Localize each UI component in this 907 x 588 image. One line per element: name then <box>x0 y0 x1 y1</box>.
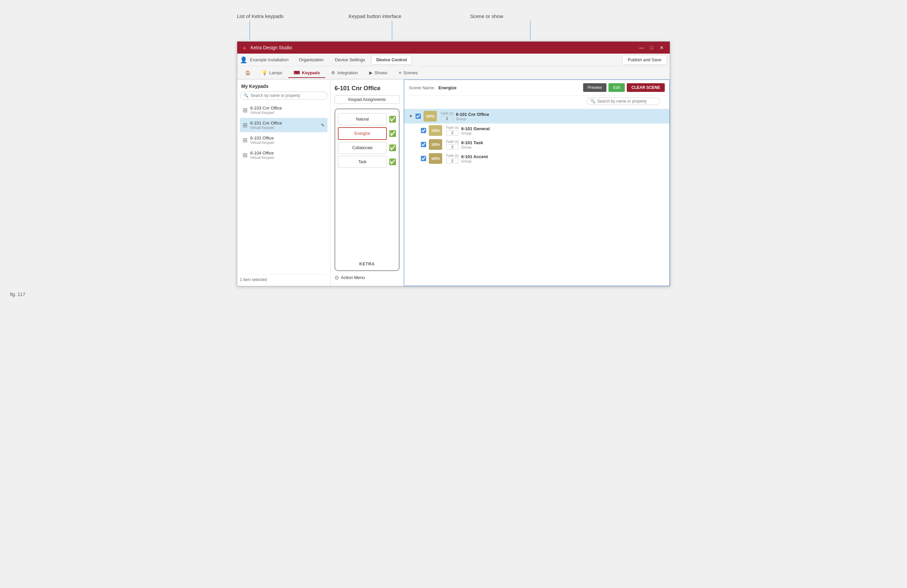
nav-tab-integration[interactable]: ⚙ Integration <box>326 68 363 78</box>
scene-color-child-1: 100% <box>429 139 442 150</box>
keypad-sub-3: Virtual Keypad <box>250 155 274 160</box>
scene-fade-parent: Fade (s) 2 <box>441 112 453 121</box>
scene-fade-child-1: Fade (s) 2 <box>446 140 458 150</box>
nav-tab-home[interactable]: 🏠 <box>240 68 256 78</box>
tab-device-control[interactable]: Device Control <box>371 55 412 65</box>
scene-row-child-0[interactable]: 100% Fade (s) 2 6-101 General Group <box>404 123 670 137</box>
keypad-item-2[interactable]: ⊞ 6-102 Office Virtual Keypad <box>240 133 327 147</box>
scene-pct-child-0: 100% <box>431 129 440 133</box>
sidebar-search-input[interactable] <box>251 93 324 98</box>
scene-fade-val-parent: 2 <box>441 116 453 121</box>
expand-arrow-icon: ▼ <box>409 114 413 118</box>
preview-button[interactable]: Preview <box>583 83 607 92</box>
keypad-name-0: 6-103 Cnr Office <box>250 105 282 110</box>
scene-device-name-child-2: 6-101 Accent <box>461 154 488 159</box>
scenes-icon: ≡ <box>399 70 402 75</box>
check-icon-energize: ✅ <box>389 130 396 137</box>
scene-checkbox-parent[interactable] <box>415 113 421 119</box>
scene-row-child-1[interactable]: 100% Fade (s) 2 6-101 Task Group <box>404 137 670 152</box>
scene-fade-val-child-1: 2 <box>446 144 458 150</box>
close-button[interactable]: ✕ <box>658 44 666 51</box>
scene-row-parent[interactable]: ▼ 100% Fade (s) 2 6-101 Cnr Office Group <box>404 109 670 123</box>
action-menu-row[interactable]: ⊙ Action Menu <box>335 274 399 281</box>
scene-fade-val-child-2: 2 <box>446 158 458 163</box>
right-panel-header: Scene Name: Energize Preview Edit CLEAR … <box>404 80 670 96</box>
scene-fade-label-parent: Fade (s) <box>441 112 453 115</box>
keypad-item-3[interactable]: ⊞ 6-104 Office Virtual Keypad <box>240 148 327 162</box>
check-icon-natural: ✅ <box>389 115 396 123</box>
action-menu-icon: ⊙ <box>335 274 339 281</box>
keypad-device-icon-2: ⊞ <box>243 136 248 144</box>
scene-device-name-child-1: 6-101 Task <box>461 140 483 145</box>
sidebar-footer: 1 item selected <box>240 274 327 282</box>
scene-device-sub-child-1: Group <box>461 145 483 149</box>
installation-name: Example Installation <box>250 57 288 62</box>
keypad-device: Natural ✅ Energize ✅ Collaborate ✅ Task … <box>335 109 399 271</box>
keypad-button-collaborate[interactable]: Collaborate <box>338 142 387 154</box>
scene-fade-label-child-1: Fade (s) <box>446 140 458 144</box>
lamps-icon: 💡 <box>262 70 267 75</box>
clear-scene-button[interactable]: CLEAR SCENE <box>627 83 665 92</box>
right-panel-search-box[interactable]: 🔍 <box>587 97 660 105</box>
scene-row-child-2[interactable]: 100% Fade (s) 2 6-101 Accent Group <box>404 152 670 166</box>
scene-fade-label-child-2: Fade (s) <box>446 154 458 158</box>
scene-checkbox-child-2[interactable] <box>421 156 426 161</box>
user-icon: 👤 <box>240 56 247 64</box>
integration-icon: ⚙ <box>331 70 335 75</box>
keypad-name-3: 6-104 Office <box>250 150 274 155</box>
keypad-btn-row-3: Task ✅ <box>338 156 396 168</box>
keypad-sub-2: Virtual Keypad <box>250 141 274 144</box>
scene-fade-label-child-0: Fade (s) <box>446 126 458 129</box>
scene-checkbox-child-0[interactable] <box>421 128 426 133</box>
keypad-assignments-button[interactable]: Keypad Assignments <box>335 95 399 104</box>
sidebar-search-box[interactable]: 🔍 <box>240 91 327 99</box>
tab-device-settings[interactable]: Device Settings <box>330 55 370 65</box>
nav-tab-lamps[interactable]: 💡 Lamps <box>256 68 288 78</box>
scene-pct-parent: 100% <box>426 115 434 118</box>
menu-bar: 👤 Example Installation Organization Devi… <box>237 54 670 66</box>
scene-fade-child-2: Fade (s) 2 <box>446 154 458 163</box>
maximize-button[interactable]: □ <box>648 44 655 51</box>
app-logo-icon: 🔺 <box>241 45 248 51</box>
scene-list: ▼ 100% Fade (s) 2 6-101 Cnr Office Group <box>404 107 670 286</box>
nav-bar: 🏠 💡 Lamps ⌨ Keypads ⚙ Integration ▶ Show… <box>237 66 670 80</box>
keypad-device-icon-0: ⊞ <box>243 107 248 114</box>
nav-tab-shows[interactable]: ▶ Shows <box>364 68 393 78</box>
keypad-name-2: 6-102 Office <box>250 136 274 141</box>
keypads-icon: ⌨ <box>293 70 300 75</box>
edit-keypad-icon[interactable]: ✎ <box>321 123 325 128</box>
action-menu-label: Action Menu <box>341 275 365 280</box>
right-panel-search-input[interactable] <box>597 99 656 104</box>
nav-tab-scenes[interactable]: ≡ Scenes <box>394 68 423 78</box>
scene-checkbox-child-1[interactable] <box>421 142 426 147</box>
scene-device-sub-parent: Group <box>456 117 489 121</box>
keypad-button-natural[interactable]: Natural <box>338 113 387 125</box>
annotation-keypads: List of Ketra keypads <box>237 13 284 19</box>
scene-name-label: Scene Name: <box>409 85 435 90</box>
keypad-sub-0: Virtual Keypad <box>250 110 282 115</box>
minimize-button[interactable]: — <box>637 44 646 51</box>
keypad-btn-row-2: Collaborate ✅ <box>338 142 396 154</box>
scene-name-value: Energize <box>439 85 457 90</box>
nav-tab-keypads[interactable]: ⌨ Keypads <box>288 68 325 78</box>
title-bar: 🔺 Ketra Design Studio — □ ✕ <box>237 42 670 54</box>
scene-device-sub-child-2: Group <box>461 159 488 163</box>
right-search-icon: 🔍 <box>590 99 595 104</box>
main-content: My Keypads 🔍 ⊞ 6-103 Cnr Office Virtual … <box>237 80 670 286</box>
scene-pct-child-1: 100% <box>431 143 440 147</box>
scene-fade-child-0: Fade (s) 2 <box>446 126 458 136</box>
keypad-button-energize[interactable]: Energize <box>338 127 387 140</box>
shows-icon: ▶ <box>369 70 373 75</box>
annotation-interface: Keypad button interface <box>349 13 401 19</box>
tab-organization[interactable]: Organization <box>294 55 329 65</box>
scene-device-sub-child-0: Group <box>461 131 489 135</box>
fig-label: fig. 117 <box>10 292 897 297</box>
keypad-item-1[interactable]: ⊞ 6-101 Cnr Office Virtual Keypad ✎ <box>240 118 327 132</box>
publish-save-button[interactable]: Publish and Save <box>622 55 667 65</box>
check-icon-task: ✅ <box>389 158 396 166</box>
sidebar-title: My Keypads <box>240 83 327 89</box>
keypad-item-0[interactable]: ⊞ 6-103 Cnr Office Virtual Keypad <box>240 103 327 117</box>
check-icon-collaborate: ✅ <box>389 144 396 152</box>
edit-button[interactable]: Edit <box>609 83 625 92</box>
keypad-button-task[interactable]: Task <box>338 156 387 168</box>
